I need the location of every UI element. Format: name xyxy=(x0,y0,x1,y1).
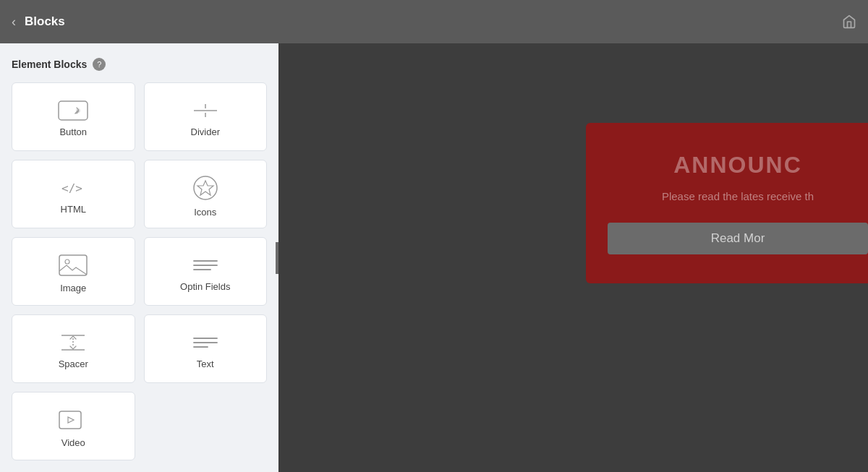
image-icon xyxy=(58,254,88,277)
optin-fields-label: Optin Fields xyxy=(180,281,230,292)
block-item-optin-fields[interactable]: Optin Fields xyxy=(144,237,268,306)
element-blocks-label: Element Blocks xyxy=(12,59,87,70)
svg-rect-0 xyxy=(59,101,88,120)
block-item-video[interactable]: Video xyxy=(12,392,135,460)
page-title: Blocks xyxy=(25,14,833,29)
divider-icon xyxy=(190,100,221,121)
image-label: Image xyxy=(60,283,86,293)
back-button[interactable]: ‹ xyxy=(12,14,16,30)
video-label: Video xyxy=(61,437,85,448)
collapse-toggle[interactable] xyxy=(276,242,278,274)
block-item-icons[interactable]: Icons xyxy=(144,160,268,228)
video-icon xyxy=(58,408,88,432)
button-icon xyxy=(58,100,88,121)
button-label: Button xyxy=(59,126,87,137)
spacer-icon xyxy=(58,332,88,353)
block-item-button[interactable]: Button xyxy=(12,82,135,151)
optin-fields-icon xyxy=(190,255,221,275)
announcement-text: Please read the lates receive th xyxy=(608,189,868,205)
svg-point-9 xyxy=(65,259,69,264)
block-item-image[interactable]: Image xyxy=(12,237,135,306)
html-label: HTML xyxy=(61,204,86,215)
preview-area: ANNOUNC Please read the lates receive th… xyxy=(278,43,868,472)
icons-label: Icons xyxy=(194,207,216,218)
main-area: Element Blocks ? Button xyxy=(0,43,868,472)
home-button[interactable] xyxy=(842,14,856,29)
read-more-button[interactable]: Read Mor xyxy=(608,223,868,254)
block-item-text[interactable]: Text xyxy=(144,314,268,383)
svg-marker-20 xyxy=(68,417,74,423)
svg-rect-19 xyxy=(59,411,81,429)
block-item-divider[interactable]: Divider xyxy=(144,82,268,151)
block-item-spacer[interactable]: Spacer xyxy=(12,314,135,383)
help-icon[interactable]: ? xyxy=(93,58,106,71)
divider-label: Divider xyxy=(191,126,220,137)
svg-marker-7 xyxy=(197,181,213,195)
element-blocks-header: Element Blocks ? xyxy=(12,58,267,71)
svg-text:</>: </> xyxy=(61,181,82,195)
html-icon: </> xyxy=(58,178,88,198)
top-bar: ‹ Blocks xyxy=(0,0,868,43)
announcement-card: ANNOUNC Please read the lates receive th… xyxy=(586,123,868,283)
text-label: Text xyxy=(197,359,214,369)
spacer-label: Spacer xyxy=(59,359,88,369)
icons-icon xyxy=(192,175,218,201)
announcement-title: ANNOUNC xyxy=(608,152,868,179)
blocks-grid: Button Divider </> xyxy=(12,82,267,460)
block-item-html[interactable]: </> HTML xyxy=(12,160,135,228)
sidebar-panel: Element Blocks ? Button xyxy=(0,43,278,472)
text-icon xyxy=(190,332,221,353)
